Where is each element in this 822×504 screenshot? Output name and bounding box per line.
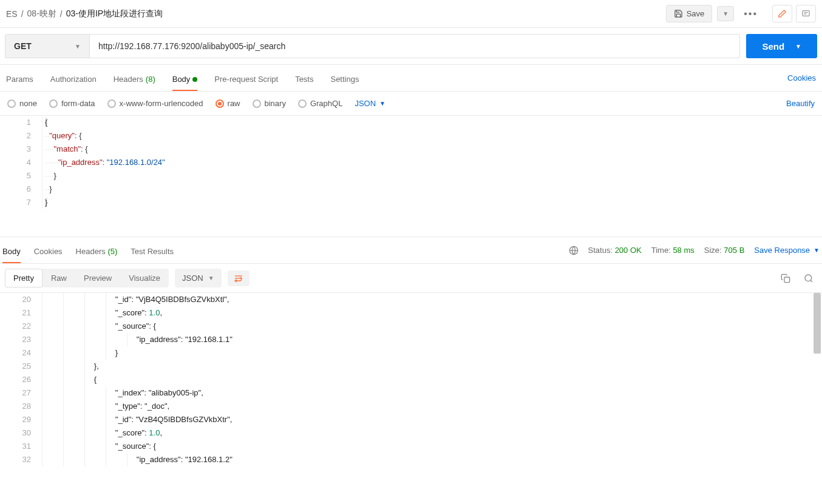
save-button[interactable]: Save xyxy=(666,5,713,22)
beautify-link[interactable]: Beautify xyxy=(786,99,815,108)
view-preview[interactable]: Preview xyxy=(75,269,120,287)
method-select[interactable]: GET ▼ xyxy=(5,34,90,58)
send-button[interactable]: Send ▼ xyxy=(746,34,817,58)
response-tab-headers[interactable]: Headers (5) xyxy=(76,243,118,263)
chevron-down-icon: ▼ xyxy=(814,247,820,254)
save-response-button[interactable]: Save Response ▼ xyxy=(754,246,820,255)
breadcrumb-item[interactable]: 08-映射 xyxy=(27,8,56,19)
edit-button[interactable] xyxy=(772,5,792,22)
body-binary-radio[interactable]: binary xyxy=(253,99,286,108)
tab-headers[interactable]: Headers (8) xyxy=(114,71,155,91)
cookies-link[interactable]: Cookies xyxy=(787,73,816,89)
view-raw[interactable]: Raw xyxy=(42,269,75,287)
svg-rect-0 xyxy=(803,11,809,16)
tab-prerequest[interactable]: Pre-request Script xyxy=(214,71,278,91)
view-mode-segment: Pretty Raw Preview Visualize xyxy=(5,269,169,287)
response-status: Status: 200 OK xyxy=(588,246,642,255)
body-format-select[interactable]: JSON ▼ xyxy=(355,99,386,108)
search-response-button[interactable] xyxy=(800,274,817,283)
breadcrumb: ES / 08-映射 / 03-使用IP地址段进行查询 xyxy=(6,8,163,19)
tab-body[interactable]: Body xyxy=(172,71,198,91)
scrollbar[interactable] xyxy=(814,293,821,354)
chevron-down-icon: ▼ xyxy=(795,43,801,50)
more-actions-button[interactable]: ••• xyxy=(739,8,763,19)
tab-authorization[interactable]: Authorization xyxy=(50,71,97,91)
body-none-radio[interactable]: none xyxy=(7,99,37,108)
response-time: Time: 58 ms xyxy=(651,246,695,255)
chevron-down-icon: ▼ xyxy=(379,100,386,107)
response-format-select[interactable]: JSON ▼ xyxy=(175,269,222,287)
comment-icon xyxy=(801,9,810,18)
body-formdata-radio[interactable]: form-data xyxy=(49,99,95,108)
chevron-down-icon: ▼ xyxy=(208,275,214,281)
tab-params[interactable]: Params xyxy=(6,71,33,91)
floppy-icon xyxy=(674,9,683,18)
response-tab-body[interactable]: Body xyxy=(2,243,21,263)
wrap-lines-button[interactable] xyxy=(228,270,250,286)
search-icon xyxy=(804,274,814,283)
body-graphql-radio[interactable]: GraphQL xyxy=(298,99,342,108)
url-input[interactable]: http://192.168.77.176:9200/alibaby005-ip… xyxy=(90,34,740,58)
tab-tests[interactable]: Tests xyxy=(295,71,313,91)
response-tab-testresults[interactable]: Test Results xyxy=(131,243,174,263)
request-body-editor[interactable]: 1{ 2··"query": { 3····"match": { 4······… xyxy=(0,115,822,237)
view-pretty[interactable]: Pretty xyxy=(5,269,42,287)
globe-icon[interactable] xyxy=(569,246,579,255)
chevron-down-icon: ▼ xyxy=(722,10,729,17)
svg-point-8 xyxy=(805,275,812,281)
copy-icon xyxy=(781,274,790,283)
save-dropdown-button[interactable]: ▼ xyxy=(717,6,734,21)
wrap-icon xyxy=(234,274,243,283)
tab-settings[interactable]: Settings xyxy=(330,71,359,91)
comment-button[interactable] xyxy=(796,5,816,22)
pencil-icon xyxy=(778,9,787,18)
copy-response-button[interactable] xyxy=(777,274,794,283)
view-visualize[interactable]: Visualize xyxy=(120,269,169,287)
changed-dot-icon xyxy=(192,77,197,82)
response-size: Size: 705 B xyxy=(704,246,745,255)
breadcrumb-item[interactable]: ES xyxy=(6,9,18,19)
body-raw-radio[interactable]: raw xyxy=(216,99,240,108)
breadcrumb-current[interactable]: 03-使用IP地址段进行查询 xyxy=(66,8,163,19)
response-body-viewer[interactable]: 20 "_id": "VjB4Q5IBDBfsGZVkbXtl", 21 "_s… xyxy=(0,292,822,466)
svg-line-9 xyxy=(810,280,812,282)
body-xform-radio[interactable]: x-www-form-urlencoded xyxy=(107,99,203,108)
chevron-down-icon: ▼ xyxy=(75,43,81,50)
svg-rect-7 xyxy=(784,277,790,283)
response-tab-cookies[interactable]: Cookies xyxy=(34,243,63,263)
